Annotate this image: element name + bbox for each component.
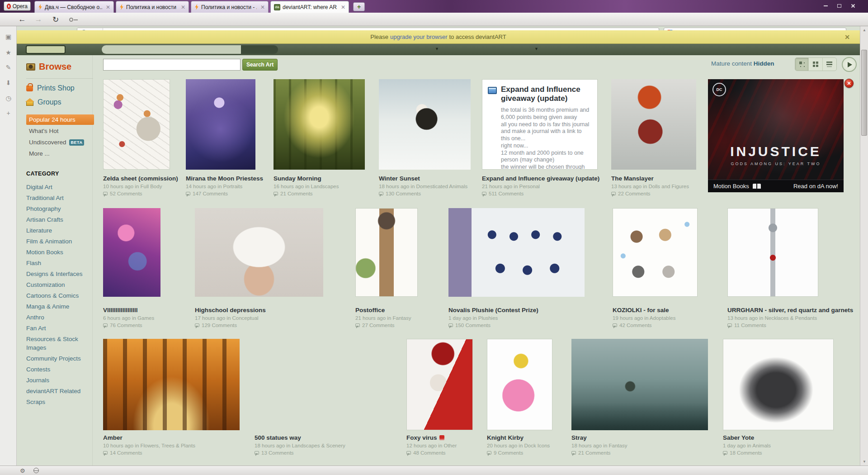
deviation-comments-link[interactable]: 42 Comments xyxy=(613,323,734,328)
browser-tab-2[interactable]: Политика и новости✕ xyxy=(116,1,189,13)
bookmarks-panel-icon[interactable]: ★ xyxy=(0,49,17,56)
tab-close-icon[interactable]: ✕ xyxy=(259,5,265,10)
close-window-button[interactable] xyxy=(851,4,855,8)
deviation-title-link[interactable]: Amber xyxy=(103,434,123,441)
upgrade-browser-link[interactable]: upgrade your browser xyxy=(390,33,447,40)
downloads-panel-icon[interactable]: ⬇ xyxy=(0,79,17,86)
category-link-scraps[interactable]: Scraps xyxy=(26,396,94,407)
category-link-anthro[interactable]: Anthro xyxy=(26,312,94,323)
viiii-thumbnail[interactable] xyxy=(103,208,160,297)
status-globe-icon[interactable] xyxy=(33,468,39,473)
deviation-title-link[interactable]: Expand and Influence giveaway (update) xyxy=(482,175,599,182)
urrgharn-thumbnail[interactable] xyxy=(727,208,818,297)
wand-password-button[interactable] xyxy=(65,14,77,25)
site-header-search[interactable] xyxy=(102,45,278,54)
sidebar-menu-more-[interactable]: More ... xyxy=(26,148,94,159)
sidebar-link-groups[interactable]: Groups xyxy=(26,98,92,106)
scrollbar-thumb[interactable] xyxy=(861,50,867,136)
deviation-comments-link[interactable]: 21 Comments xyxy=(571,450,744,456)
highschool-depressions-thumbnail[interactable] xyxy=(195,208,323,297)
category-link-artisan-crafts[interactable]: Artisan Crafts xyxy=(26,214,94,225)
deviation-title-link[interactable]: Winter Sunset xyxy=(379,175,420,182)
category-link-journals[interactable]: Journals xyxy=(26,375,94,385)
deviation-comments-link[interactable]: 13 Comments xyxy=(255,450,428,456)
deviation-title-link[interactable]: Sunday Morning xyxy=(274,175,321,182)
notification-close-icon[interactable]: ✕ xyxy=(844,33,850,41)
view-thumbs-small-button[interactable] xyxy=(809,58,822,71)
search-art-input[interactable] xyxy=(103,59,241,71)
knight-kirby-thumbnail[interactable] xyxy=(487,339,552,430)
minimize-button[interactable] xyxy=(824,4,828,8)
koziolki-thumbnail[interactable] xyxy=(613,208,698,297)
tab-close-icon[interactable]: ✕ xyxy=(179,5,185,10)
sidebar-menu-undiscovered[interactable]: UndiscoveredBETA xyxy=(26,137,94,147)
deviation-title-link[interactable]: 500 statues way xyxy=(255,434,301,441)
category-link-manga-anime[interactable]: Manga & Anime xyxy=(26,301,94,312)
tab-close-icon[interactable]: ✕ xyxy=(104,5,110,10)
deviation-title-link[interactable]: Postoffice xyxy=(355,307,385,314)
deviation-title-link[interactable]: The Manslayer xyxy=(611,175,654,182)
winter-sunset-thumbnail[interactable] xyxy=(379,79,471,170)
sunday-morning-thumbnail[interactable] xyxy=(274,79,365,170)
category-link-film-animation[interactable]: Film & Animation xyxy=(26,236,94,247)
category-link-traditional-art[interactable]: Traditional Art xyxy=(26,192,94,203)
deviation-title-link[interactable]: Zelda sheet (commission) xyxy=(103,175,178,182)
deviation-comments-link[interactable]: 27 Comments xyxy=(355,323,454,328)
deviation-title-link[interactable]: Saber Yote xyxy=(723,434,754,441)
category-link-digital-art[interactable]: Digital Art xyxy=(26,181,94,192)
ad-close-icon[interactable]: ✕ xyxy=(844,79,854,88)
category-link-flash[interactable]: Flash xyxy=(26,257,94,268)
site-header-button[interactable] xyxy=(26,45,66,54)
category-link-contests[interactable]: Contests xyxy=(26,364,94,375)
amber-thumbnail[interactable] xyxy=(103,339,240,430)
category-link-community-projects[interactable]: Community Projects xyxy=(26,353,94,364)
search-art-button[interactable]: Search Art xyxy=(242,59,278,71)
postoffice-thumbnail[interactable] xyxy=(355,208,418,297)
opera-menu-button[interactable]: Opera xyxy=(4,1,31,11)
notes-panel-icon[interactable]: ✎ xyxy=(0,64,17,71)
deviation-title-link[interactable]: Highschool depressions xyxy=(195,307,266,314)
browser-tab-3[interactable]: Политика и новости - ...✕ xyxy=(191,1,269,13)
maximize-button[interactable] xyxy=(837,4,841,8)
reload-button[interactable]: ↻ xyxy=(50,14,61,25)
forward-button[interactable]: → xyxy=(33,14,44,25)
header-dropdown-icon[interactable]: ▼ xyxy=(534,47,538,51)
sidebar-menu-what-s-hot[interactable]: What's Hot xyxy=(26,126,94,136)
add-panel-icon[interactable]: + xyxy=(0,109,17,117)
sidebar-link-prints-shop[interactable]: Prints Shop xyxy=(26,84,92,92)
statues-way-thumbnail[interactable] xyxy=(255,339,392,430)
category-link-deviantart-related[interactable]: deviantART Related xyxy=(26,385,94,396)
saber-yote-thumbnail[interactable] xyxy=(723,339,834,430)
preferences-wrench-icon[interactable]: ⚙ xyxy=(20,467,25,474)
category-link-customization[interactable]: Customization xyxy=(26,279,94,290)
category-link-motion-books[interactable]: Motion Books xyxy=(26,247,94,257)
deviation-comments-link[interactable]: 14 Comments xyxy=(103,450,276,456)
deviation-title-link[interactable]: KOZIOLKI - for sale xyxy=(613,307,669,314)
view-list-button[interactable] xyxy=(823,58,836,71)
deviation-title-link[interactable]: Foxy virus xyxy=(406,434,437,441)
scroll-down-icon[interactable]: ▼ xyxy=(860,460,868,464)
injustice-ad-banner[interactable]: DCINJUSTICEGODS AMONG US: YEAR TWOMotion… xyxy=(708,79,844,192)
deviation-title-link[interactable]: VIIIIIIIIIIIIIIIIII xyxy=(103,307,138,314)
history-panel-icon[interactable]: ◷ xyxy=(0,95,17,102)
view-thumbs-large-button[interactable] xyxy=(795,58,809,71)
mature-content-toggle[interactable]: Mature content Hidden xyxy=(711,60,774,67)
category-link-literature[interactable]: Literature xyxy=(26,225,94,236)
browser-tab-1[interactable]: Два.ч — Свободное о...✕ xyxy=(34,1,114,13)
deviation-title-link[interactable]: Mirana the Moon Priestess xyxy=(186,175,263,182)
deviation-comments-link[interactable]: 76 Comments xyxy=(103,323,197,328)
slideshow-play-button[interactable] xyxy=(842,57,857,72)
category-link-fan-art[interactable]: Fan Art xyxy=(26,323,94,333)
deviation-title-link[interactable]: Stray xyxy=(571,434,587,441)
stray-thumbnail[interactable] xyxy=(571,339,708,430)
images-panel-icon[interactable]: ▣ xyxy=(0,33,17,40)
back-button[interactable]: ← xyxy=(16,14,28,25)
foxy-virus-thumbnail[interactable] xyxy=(406,339,473,430)
the-manslayer-thumbnail[interactable] xyxy=(611,79,696,170)
new-tab-button[interactable]: + xyxy=(353,2,365,11)
deviation-comments-link[interactable]: 18 Comments xyxy=(723,450,868,456)
page-scrollbar[interactable]: ▲ ▼ xyxy=(860,26,868,466)
deviation-comments-link[interactable]: 11 Comments xyxy=(727,323,854,328)
deviation-title-link[interactable]: Novalis Plushie (Contest Prize) xyxy=(448,307,538,314)
zelda-sheet-thumbnail[interactable] xyxy=(103,79,170,170)
